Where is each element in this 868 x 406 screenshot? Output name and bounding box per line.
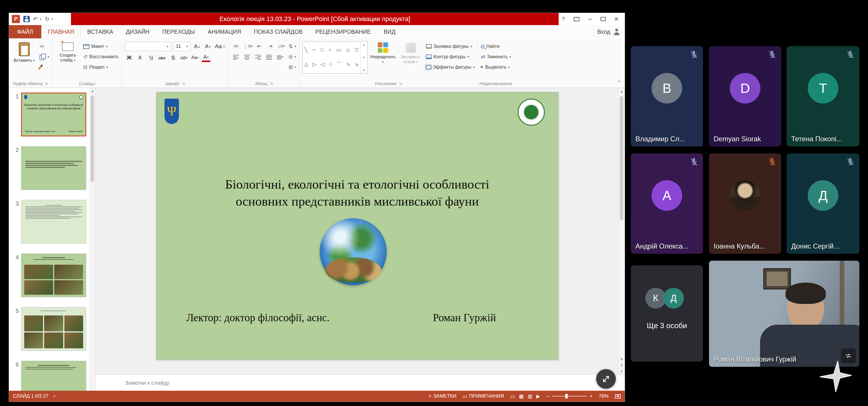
tab-home[interactable]: ГЛАВНАЯ (41, 25, 81, 38)
new-slide-button[interactable]: Создать слайд ▾ (55, 41, 80, 79)
participant-tile-tetiana[interactable]: T Тетена Покопі... (786, 46, 859, 146)
reset-button[interactable]: ↺Восстановить (83, 53, 119, 61)
font-name-combo[interactable]: ▾ (125, 42, 171, 51)
participant-tile-donys[interactable]: Д Донис Сергій... (786, 154, 859, 254)
thumbnail-image[interactable] (21, 307, 86, 351)
thumbnail-image[interactable] (21, 253, 86, 297)
thumbnail-slide-2[interactable]: 2 (9, 146, 89, 190)
quick-styles-button[interactable]: Экспресс-стили ▾ (398, 41, 423, 79)
layout-button[interactable]: Макет▾ (83, 42, 119, 50)
zoom-out-button[interactable]: – (547, 393, 549, 399)
thumbnail-image[interactable]: Біологічні, екологічні та етологічні осо… (21, 93, 86, 136)
participant-tile-andrii[interactable]: А Андрій Олекса... (631, 154, 703, 254)
zoom-percent[interactable]: 76% (599, 393, 609, 399)
zoom-slider[interactable] (552, 396, 587, 397)
drawing-dialog-launcher-icon[interactable]: ⇲ (399, 81, 402, 86)
slideshow-button[interactable]: ▶ (536, 393, 540, 399)
shapes-scroll-down-icon[interactable]: ▾ (363, 55, 365, 59)
slide-canvas[interactable]: Ψ Біологічні, екологічні та етологічні о… (156, 92, 558, 360)
tab-animations[interactable]: АНИМАЦИЯ (202, 25, 248, 38)
underline-button[interactable]: Ч (147, 53, 156, 62)
zoom-slider-thumb[interactable] (565, 394, 568, 399)
font-dialog-launcher-icon[interactable]: ⇲ (182, 81, 185, 86)
scroll-up-icon[interactable]: ▲ (619, 88, 625, 95)
shapes-gallery[interactable]: ╲─□○▭◇▽ △▷◁☆⌒∿↘ ▴ ▾ ▾ (302, 41, 368, 73)
line-spacing-button[interactable]: ↕≡▾ (277, 42, 286, 50)
undo-icon[interactable]: ↶ (33, 15, 38, 23)
scroll-down-icon[interactable]: ▼ (620, 357, 624, 361)
convert-smartart-button[interactable]: ⊞▾ (288, 63, 297, 71)
thumbnail-image[interactable] (21, 146, 86, 190)
increase-indent-button[interactable]: ⇥ (266, 42, 275, 50)
more-participants-tile[interactable]: К Д Ще 3 особи (631, 265, 703, 362)
thumbnail-scroll-up-icon[interactable]: ▲ (90, 88, 95, 94)
participant-tile-ioanna[interactable]: Іоанна Кульба... (709, 154, 781, 254)
columns-button[interactable]: ▥▾ (276, 53, 284, 61)
zoom-in-button[interactable]: + (590, 393, 592, 399)
spell-check-icon[interactable]: ✓ (51, 393, 58, 399)
collapse-ribbon-icon[interactable]: ⌃ (617, 79, 621, 86)
thumbnail-scrollbar[interactable]: ▲ (89, 88, 95, 391)
close-button[interactable]: ✕ (610, 13, 623, 25)
shape-fill-button[interactable]: Заливка фигуры▾ (426, 42, 475, 50)
section-button[interactable]: ⊟Раздел▾ (83, 63, 119, 71)
thumbnail-slide-1[interactable]: 1 Біологічні, екологічні та етологічні о… (9, 93, 89, 136)
shapes-scroll-up-icon[interactable]: ▴ (363, 43, 365, 47)
font-size-combo[interactable]: 11▾ (174, 42, 191, 51)
align-center-button[interactable] (243, 53, 251, 61)
thumbnail-slide-5[interactable]: 5 (9, 307, 89, 351)
justify-button[interactable] (265, 53, 273, 61)
previous-slide-icon[interactable]: ⇞ (620, 363, 623, 367)
help-button[interactable]: ? (557, 13, 570, 25)
fit-slide-to-window-button[interactable] (615, 394, 621, 399)
arrange-button[interactable]: Упорядочить ▾ (371, 41, 395, 79)
shape-effects-button[interactable]: Эффекты фигуры▾ (426, 63, 475, 71)
next-slide-icon[interactable]: ⇟ (620, 369, 623, 373)
find-button[interactable]: Найти (481, 42, 511, 50)
clear-formatting-button[interactable]: Аа⌫ (215, 42, 226, 51)
bullets-button[interactable]: ≡▾ (232, 42, 240, 50)
format-painter-button[interactable] (39, 63, 49, 71)
select-button[interactable]: Выделить▾ (481, 63, 511, 71)
expand-view-button[interactable] (596, 369, 616, 389)
thumbnail-slide-3[interactable]: 3 (9, 200, 89, 244)
tab-file[interactable]: ФАЙЛ (9, 25, 41, 38)
participant-tile-vladimir[interactable]: В Владимир Сл... (631, 46, 703, 146)
active-video-tile-roman[interactable]: Роман Віталійович Гуржій (709, 261, 859, 367)
tab-slideshow[interactable]: ПОКАЗ СЛАЙДОВ (247, 25, 309, 38)
align-right-button[interactable] (254, 53, 262, 61)
paste-button[interactable]: Вставить ▾ (12, 41, 37, 79)
tab-view[interactable]: ВИД (377, 25, 402, 38)
tab-design[interactable]: ДИЗАЙН (120, 25, 156, 38)
slide-title[interactable]: Біологічні, екологічні та етологічні осо… (168, 176, 547, 210)
numbering-button[interactable]: ⋮≡▾ (243, 42, 253, 50)
align-text-button[interactable]: ⊜▾ (288, 53, 297, 61)
clipboard-dialog-launcher-icon[interactable]: ⇲ (45, 81, 48, 86)
reading-view-button[interactable]: ▥ (527, 393, 532, 399)
font-color-button[interactable]: А▾ (202, 53, 210, 62)
italic-button[interactable]: К (136, 53, 145, 62)
change-case-button[interactable]: Аа▾ (191, 53, 199, 62)
sign-in[interactable]: Вход (597, 25, 625, 38)
strikethrough-button[interactable]: abc (158, 53, 166, 62)
restore-button[interactable] (596, 13, 610, 25)
customize-qat-icon[interactable]: ▾ (51, 17, 53, 21)
tab-insert[interactable]: ВСТАВКА (81, 25, 120, 38)
shrink-font-button[interactable]: А▼ (204, 42, 213, 51)
thumbnail-scroll-thumb[interactable] (91, 96, 94, 182)
ribbon-display-options-button[interactable] (570, 13, 583, 25)
cut-button[interactable]: ✂ (39, 42, 49, 50)
thumbnail-slide-6[interactable]: 6 (9, 361, 89, 391)
tab-transitions[interactable]: ПЕРЕХОДЫ (156, 25, 201, 38)
minimize-button[interactable]: ─ (583, 13, 596, 25)
redo-icon[interactable]: ↻ (45, 15, 50, 23)
thumbnail-image[interactable] (21, 361, 86, 391)
bold-button[interactable]: Ж (125, 53, 134, 62)
replace-button[interactable]: ⇄Заменить▾ (481, 53, 511, 61)
align-left-button[interactable] (232, 53, 240, 61)
tab-review[interactable]: РЕЦЕНЗИРОВАНИЕ (309, 25, 377, 38)
thumbnail-image[interactable] (21, 200, 86, 244)
copy-button[interactable]: ▾ (39, 53, 49, 61)
shape-outline-button[interactable]: Контур фигуры▾ (426, 53, 475, 61)
save-icon[interactable] (23, 16, 30, 22)
